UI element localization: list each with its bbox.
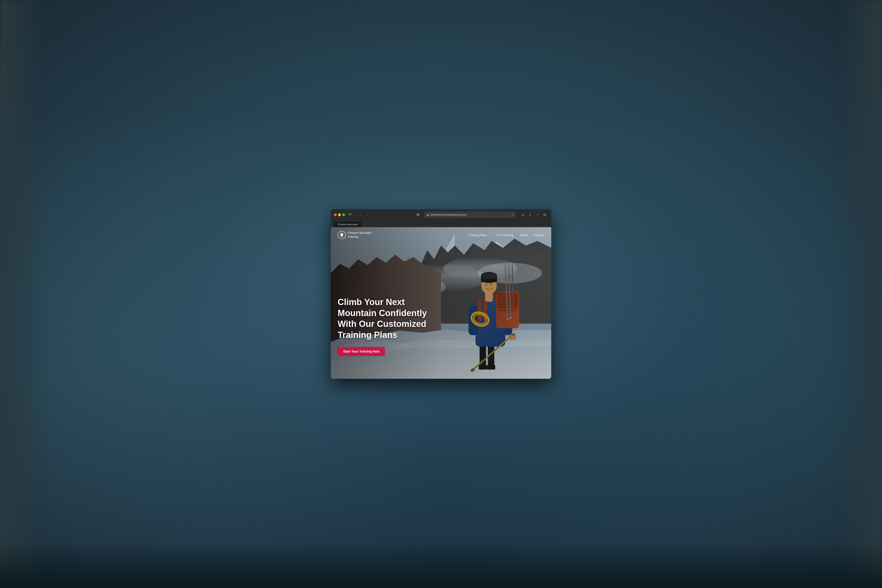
tab-overview-button[interactable] [542, 212, 548, 217]
active-tab[interactable]: Phoenix Mountain [334, 222, 362, 227]
svg-rect-4 [544, 214, 544, 214]
lock-icon: 🔒 [426, 214, 429, 216]
browser-toolbar-right: + [519, 212, 548, 217]
maximize-button[interactable] [342, 213, 345, 216]
hero-content: Climb Your Next Mountain Confidently Wit… [338, 297, 439, 356]
svg-rect-1 [348, 214, 352, 215]
nav-about[interactable]: About [520, 233, 528, 237]
browser-titlebar: ‹ › 🔒 phoenixmountaintraining.com ↺ [334, 212, 548, 220]
download-button[interactable] [519, 212, 526, 217]
browser-tabs: Phoenix Mountain [334, 222, 548, 227]
hero-section: Phoenix Mountain Training Training Plans… [331, 227, 551, 379]
sidebar-toggle-icon[interactable] [347, 212, 353, 217]
reload-icon[interactable]: ↺ [512, 213, 514, 216]
nav-contact[interactable]: Contact [534, 233, 544, 237]
minimize-button[interactable] [338, 213, 341, 216]
privacy-shield-icon[interactable] [415, 212, 421, 217]
website-container: Phoenix Mountain Training Training Plans… [331, 227, 551, 379]
bg-blur-left [0, 0, 46, 588]
bg-trees [0, 542, 882, 588]
cta-button[interactable]: Start Your Training Now [338, 347, 385, 356]
close-button[interactable] [334, 213, 337, 216]
logo-container[interactable]: Phoenix Mountain Training [338, 231, 372, 239]
svg-rect-6 [544, 215, 544, 216]
share-button[interactable] [527, 212, 533, 217]
bg-blur-right [836, 0, 882, 588]
nav-links: Training Plans ▾ 1:1 Coaching About Cont… [468, 233, 544, 237]
browser-nav-icons: ‹ › [357, 212, 370, 217]
svg-rect-5 [545, 214, 546, 214]
back-button[interactable]: ‹ [357, 212, 363, 217]
nav-coaching[interactable]: 1:1 Coaching [496, 233, 514, 237]
logo-text: Phoenix Mountain Training [348, 231, 372, 239]
phoenix-logo-icon [338, 231, 346, 239]
hero-title: Climb Your Next Mountain Confidently Wit… [338, 297, 439, 340]
svg-rect-0 [348, 213, 352, 214]
svg-point-60 [341, 234, 342, 235]
nav-training-plans[interactable]: Training Plans ▾ [468, 233, 489, 237]
navigation: Phoenix Mountain Training Training Plans… [331, 227, 551, 243]
address-bar[interactable]: 🔒 phoenixmountaintraining.com ↺ [424, 212, 516, 218]
traffic-lights [334, 213, 345, 216]
svg-rect-7 [545, 215, 546, 216]
url-text: phoenixmountaintraining.com [430, 213, 466, 216]
new-tab-button[interactable]: + [534, 212, 541, 217]
dropdown-arrow-icon: ▾ [488, 234, 489, 236]
browser-window: ‹ › 🔒 phoenixmountaintraining.com ↺ [331, 209, 551, 379]
forward-button[interactable]: › [364, 212, 370, 217]
browser-chrome: ‹ › 🔒 phoenixmountaintraining.com ↺ [331, 209, 551, 227]
